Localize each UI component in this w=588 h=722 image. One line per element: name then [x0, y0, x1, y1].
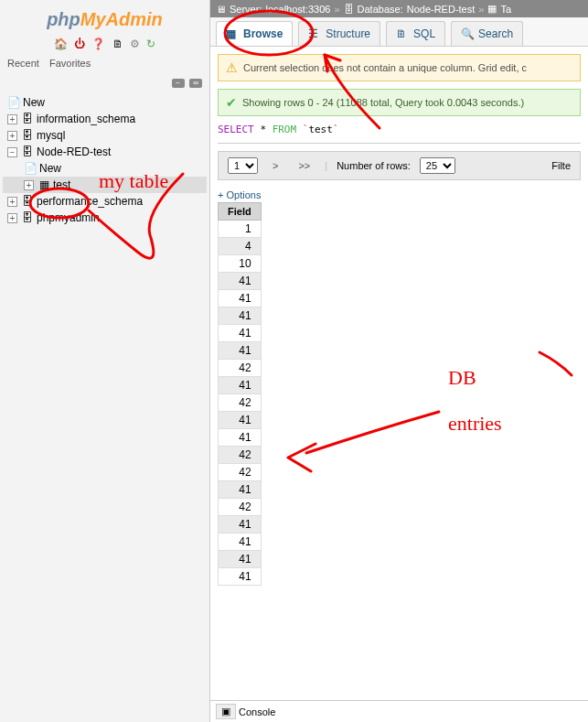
- tab-browse[interactable]: ▦ Browse: [216, 21, 293, 46]
- table-row[interactable]: 42: [219, 447, 262, 464]
- table-row[interactable]: 41: [219, 342, 262, 360]
- options-toggle[interactable]: + Options: [218, 189, 581, 200]
- table-row[interactable]: 4: [219, 238, 262, 255]
- db-tree: 📄 New + 🗄 information_schema + 🗄 mysql −…: [0, 90, 209, 231]
- cell-field[interactable]: 41: [219, 290, 262, 307]
- table-row[interactable]: 41: [219, 290, 262, 307]
- home-icon[interactable]: 🏠: [54, 38, 68, 50]
- tab-search[interactable]: 🔍 Search: [451, 21, 523, 46]
- cell-field[interactable]: 41: [219, 307, 262, 325]
- last-page-button[interactable]: >>: [293, 158, 315, 173]
- logout-icon[interactable]: ⏻: [74, 38, 85, 50]
- cell-field[interactable]: 41: [219, 273, 262, 290]
- table-row[interactable]: 41: [219, 412, 262, 429]
- tab-recent[interactable]: Recent: [7, 58, 39, 69]
- expand-icon[interactable]: ∞: [189, 79, 202, 88]
- logo[interactable]: phpMyAdmin: [0, 5, 209, 35]
- console-toggle-icon[interactable]: ▣: [216, 704, 236, 719]
- expand-icon[interactable]: +: [7, 197, 17, 207]
- table-row[interactable]: 1: [219, 221, 262, 238]
- expand-icon[interactable]: +: [7, 131, 17, 141]
- table-row[interactable]: 41: [219, 325, 262, 342]
- rows-select[interactable]: 25: [420, 157, 455, 174]
- warning-message: ⚠ Current selection does not contain a u…: [218, 54, 581, 81]
- cell-field[interactable]: 41: [219, 568, 262, 586]
- console-bar[interactable]: ▣ Console: [210, 700, 588, 722]
- cell-field[interactable]: 41: [219, 325, 262, 342]
- table-row[interactable]: 42: [219, 394, 262, 412]
- cell-field[interactable]: 41: [219, 342, 262, 360]
- divider: [218, 143, 581, 144]
- table-row[interactable]: 41: [219, 551, 262, 568]
- collapse-icon[interactable]: −: [172, 79, 185, 88]
- cell-field[interactable]: 41: [219, 551, 262, 568]
- table-row[interactable]: 41: [219, 516, 262, 533]
- settings-icon[interactable]: ⚙: [130, 38, 140, 50]
- table-icon: ▦: [37, 178, 50, 191]
- sidebar-tabs: Recent Favorites: [0, 53, 209, 73]
- tab-favorites[interactable]: Favorites: [49, 58, 91, 69]
- main-panel: 🖥 Server: localhost:3306 » 🗄 Database: N…: [210, 0, 588, 722]
- table-row[interactable]: 41: [219, 568, 262, 586]
- sql-icon: 🗎: [396, 27, 409, 40]
- server-icon: 🖥: [216, 4, 226, 15]
- tree-node-red-test[interactable]: − 🗄 Node-RED-test: [3, 144, 207, 160]
- table-row[interactable]: 41: [219, 429, 262, 447]
- collapse-icon[interactable]: −: [7, 147, 17, 157]
- expand-icon[interactable]: +: [7, 114, 17, 124]
- sidebar: phpMyAdmin 🏠 ⏻ ❓ 🗎 ⚙ ↻ Recent Favorites …: [0, 0, 210, 722]
- toolbar-icons: 🏠 ⏻ ❓ 🗎 ⚙ ↻: [0, 35, 209, 53]
- db-icon: 🗄: [21, 195, 34, 208]
- cell-field[interactable]: 42: [219, 499, 262, 516]
- cell-field[interactable]: 41: [219, 412, 262, 429]
- cell-field[interactable]: 42: [219, 447, 262, 464]
- cell-field[interactable]: 41: [219, 481, 262, 499]
- db-icon: 🗄: [21, 113, 34, 125]
- rows-label: Number of rows:: [337, 160, 411, 171]
- cell-field[interactable]: 42: [219, 394, 262, 412]
- cell-field[interactable]: 42: [219, 464, 262, 481]
- db-link[interactable]: Node-RED-test: [407, 4, 476, 15]
- expand-icon[interactable]: +: [7, 213, 17, 223]
- tab-structure[interactable]: ☷ Structure: [298, 21, 380, 46]
- cell-field[interactable]: 42: [219, 360, 262, 377]
- expand-icon[interactable]: +: [24, 180, 34, 190]
- cell-field[interactable]: 41: [219, 533, 262, 551]
- table-row[interactable]: 42: [219, 499, 262, 516]
- tree-phpmyadmin[interactable]: + 🗄 phpmyadmin: [3, 210, 207, 226]
- tree-node-new[interactable]: 📄 New: [3, 160, 207, 177]
- table-row[interactable]: 41: [219, 481, 262, 499]
- cell-field[interactable]: 1: [219, 221, 262, 238]
- tree-mysql[interactable]: + 🗄 mysql: [3, 127, 207, 144]
- table-row[interactable]: 41: [219, 377, 262, 394]
- db-icon: 🗄: [21, 211, 34, 224]
- sql-query: SELECT * FROM `test`: [218, 124, 581, 135]
- table-row[interactable]: 41: [219, 273, 262, 290]
- sql-icon[interactable]: 🗎: [112, 38, 123, 50]
- tree-information-schema[interactable]: + 🗄 information_schema: [3, 111, 207, 127]
- table-row[interactable]: 10: [219, 255, 262, 273]
- cell-field[interactable]: 41: [219, 429, 262, 447]
- cell-field[interactable]: 10: [219, 255, 262, 273]
- search-icon: 🔍: [461, 27, 474, 40]
- table-row[interactable]: 41: [219, 533, 262, 551]
- cell-field[interactable]: 41: [219, 516, 262, 533]
- next-page-button[interactable]: >: [267, 158, 283, 173]
- cell-field[interactable]: 4: [219, 238, 262, 255]
- warning-icon: ⚠: [226, 60, 238, 75]
- table-row[interactable]: 42: [219, 360, 262, 377]
- table-row[interactable]: 41: [219, 307, 262, 325]
- reload-icon[interactable]: ↻: [146, 38, 155, 50]
- server-link[interactable]: localhost:3306: [265, 4, 330, 15]
- tree-node-test[interactable]: + ▦ test: [3, 177, 207, 193]
- tree-new[interactable]: 📄 New: [3, 94, 207, 111]
- docs-icon[interactable]: ❓: [91, 38, 105, 50]
- new-icon: 📄: [24, 162, 37, 175]
- tree-performance-schema[interactable]: + 🗄 performance_schema: [3, 193, 207, 210]
- db-icon: 🗄: [344, 4, 354, 15]
- page-select[interactable]: 1: [228, 157, 258, 174]
- tab-sql[interactable]: 🗎 SQL: [386, 21, 445, 46]
- column-header-field[interactable]: Field: [219, 203, 262, 221]
- table-row[interactable]: 42: [219, 464, 262, 481]
- cell-field[interactable]: 41: [219, 377, 262, 394]
